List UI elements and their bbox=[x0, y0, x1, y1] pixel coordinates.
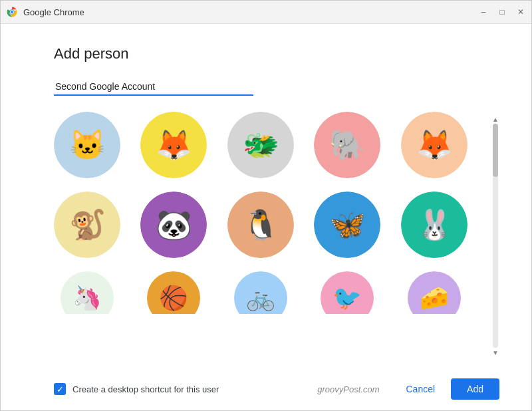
avatar-3[interactable]: 🐲 bbox=[227, 112, 294, 178]
scroll-up-arrow[interactable]: ▲ bbox=[491, 114, 499, 124]
svg-text:🐱: 🐱 bbox=[69, 128, 106, 162]
chrome-icon bbox=[6, 6, 18, 18]
svg-text:🦄: 🦄 bbox=[72, 284, 102, 312]
avatar-8[interactable]: 🐧 bbox=[227, 192, 294, 258]
scrollbar-container: ▲ ▼ bbox=[491, 112, 499, 357]
svg-text:🧀: 🧀 bbox=[420, 284, 449, 312]
titlebar-left: Google Chrome bbox=[6, 6, 84, 18]
avatar-4[interactable]: 🐘 bbox=[314, 112, 380, 178]
maximize-button[interactable]: □ bbox=[497, 7, 507, 17]
avatar-6[interactable]: 🐒 bbox=[54, 192, 120, 258]
action-buttons: Cancel Add bbox=[395, 378, 499, 400]
scrollbar-thumb[interactable] bbox=[493, 124, 498, 177]
svg-text:🐲: 🐲 bbox=[242, 128, 279, 162]
svg-text:🐒: 🐒 bbox=[69, 207, 106, 242]
svg-text:🐘: 🐘 bbox=[329, 128, 366, 162]
avatar-grid: 🐱 🦊 🐲 🐘 🦊 🐒 🐼 🐧 🦋 🐰 🦄 🏀 🚲 🐦 🧀 bbox=[54, 112, 486, 357]
scrollbar-track bbox=[493, 124, 498, 348]
svg-text:🐦: 🐦 bbox=[332, 284, 362, 312]
svg-text:🦊: 🦊 bbox=[416, 128, 452, 162]
titlebar-title: Google Chrome bbox=[23, 7, 84, 17]
cancel-button[interactable]: Cancel bbox=[395, 378, 446, 400]
dialog-title: Add person bbox=[54, 45, 499, 63]
checkbox-row: ✓ Create a desktop shortcut for this use… bbox=[54, 383, 219, 395]
main-content: Add person 🐱 🦊 🐲 🐘 🦊 🐒 🐼 🐧 🦋 🐰 🦄 🏀 🚲 🐦 🧀… bbox=[1, 24, 531, 370]
avatar-5[interactable]: 🦊 bbox=[401, 112, 467, 178]
close-button[interactable]: ✕ bbox=[515, 7, 526, 17]
svg-text:🐼: 🐼 bbox=[156, 207, 192, 242]
avatar-14[interactable]: 🐦 bbox=[314, 271, 380, 325]
svg-text:🏀: 🏀 bbox=[159, 284, 188, 312]
avatar-10[interactable]: 🐰 bbox=[401, 192, 467, 258]
svg-text:🐰: 🐰 bbox=[416, 207, 452, 242]
svg-text:🦊: 🦊 bbox=[156, 128, 192, 162]
minimize-button[interactable]: – bbox=[478, 7, 489, 17]
avatar-9[interactable]: 🦋 bbox=[314, 192, 380, 258]
bottom-right: groovyPost.com Cancel Add bbox=[317, 378, 499, 400]
titlebar-controls: – □ ✕ bbox=[478, 7, 526, 17]
svg-text:🚲: 🚲 bbox=[246, 284, 275, 312]
desktop-shortcut-label: Create a desktop shortcut for this user bbox=[72, 384, 219, 394]
desktop-shortcut-checkbox[interactable]: ✓ bbox=[54, 383, 66, 395]
svg-text:🐧: 🐧 bbox=[242, 207, 279, 242]
avatar-2[interactable]: 🦊 bbox=[140, 112, 207, 178]
avatar-15[interactable]: 🧀 bbox=[401, 271, 467, 325]
svg-text:🦋: 🦋 bbox=[329, 207, 366, 242]
titlebar: Google Chrome – □ ✕ bbox=[1, 1, 531, 24]
svg-point-2 bbox=[11, 11, 14, 14]
avatar-11[interactable]: 🦄 bbox=[54, 271, 120, 325]
avatar-1[interactable]: 🐱 bbox=[54, 112, 120, 178]
name-input-container bbox=[54, 78, 253, 96]
avatar-12[interactable]: 🏀 bbox=[140, 271, 207, 325]
avatar-7[interactable]: 🐼 bbox=[140, 192, 207, 258]
bottom-bar: ✓ Create a desktop shortcut for this use… bbox=[1, 370, 531, 410]
watermark: groovyPost.com bbox=[317, 384, 379, 394]
add-button[interactable]: Add bbox=[451, 378, 499, 400]
checkmark-icon: ✓ bbox=[57, 385, 64, 394]
avatar-area: 🐱 🦊 🐲 🐘 🦊 🐒 🐼 🐧 🦋 🐰 🦄 🏀 🚲 🐦 🧀 ▲ ▼ bbox=[54, 112, 499, 357]
name-input[interactable] bbox=[54, 78, 253, 96]
scroll-down-arrow[interactable]: ▼ bbox=[491, 348, 499, 357]
avatar-13[interactable]: 🚲 bbox=[227, 271, 294, 325]
